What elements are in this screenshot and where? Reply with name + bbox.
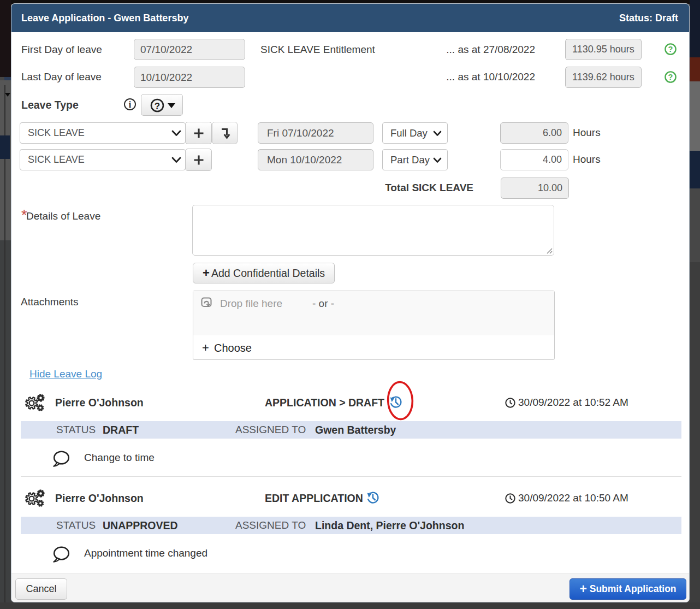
svg-text:i: i (129, 100, 132, 109)
svg-text:?: ? (155, 101, 160, 111)
svg-text:?: ? (668, 73, 673, 81)
svg-text:?: ? (668, 45, 673, 54)
